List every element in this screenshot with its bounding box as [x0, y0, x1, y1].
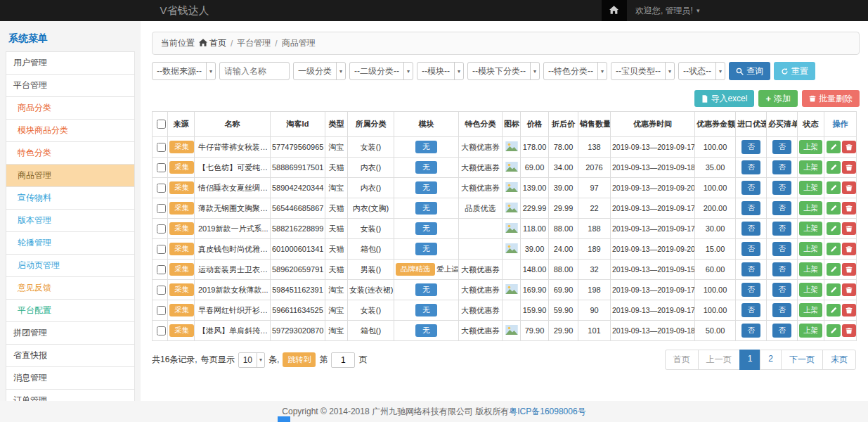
page-button[interactable]: 1 — [739, 350, 761, 370]
row-checkbox[interactable] — [157, 306, 166, 315]
jump-page-input[interactable] — [331, 352, 355, 368]
breadcrumb-item[interactable]: 平台管理 — [237, 37, 271, 49]
page-button[interactable]: 末页 — [822, 350, 856, 370]
sidebar-item[interactable]: 宣传物料 — [6, 186, 135, 210]
status-button[interactable]: 上架 — [799, 160, 822, 174]
page-button[interactable]: 下一页 — [781, 350, 823, 370]
sidebar-item[interactable]: 订单管理 — [6, 389, 135, 401]
name-search-input[interactable] — [219, 62, 290, 80]
search-button[interactable]: 查询 — [729, 62, 770, 80]
edit-button[interactable] — [827, 324, 841, 337]
status-button[interactable]: 上架 — [799, 283, 822, 297]
select-all-checkbox[interactable] — [157, 120, 166, 129]
filter-select[interactable]: 一级分类▾ — [293, 62, 346, 80]
sidebar-item[interactable]: 模块商品分类 — [6, 119, 135, 142]
filter-select[interactable]: --状态--▾ — [678, 62, 725, 80]
sidebar-item[interactable]: 商品管理 — [6, 164, 135, 187]
edit-button[interactable] — [827, 141, 841, 153]
add-button[interactable]: + 添加 — [758, 90, 798, 107]
row-checkbox[interactable] — [157, 224, 166, 234]
must-buy-toggle[interactable]: 否 — [772, 283, 791, 297]
status-button[interactable]: 上架 — [799, 140, 822, 154]
status-button[interactable]: 上架 — [799, 262, 822, 276]
status-button[interactable]: 上架 — [799, 242, 822, 256]
filter-select[interactable]: --数据来源--▾ — [152, 62, 216, 80]
page-button[interactable]: 上一页 — [698, 350, 740, 370]
sidebar-item[interactable]: 拼团管理 — [6, 321, 135, 345]
sidebar-item[interactable]: 平台配置 — [6, 299, 135, 322]
import-select-toggle[interactable]: 否 — [741, 181, 760, 195]
edit-button[interactable] — [827, 202, 841, 215]
sidebar-item[interactable]: 省直快报 — [6, 344, 135, 367]
home-nav-button[interactable] — [602, 0, 627, 21]
edit-button[interactable] — [827, 243, 841, 255]
sidebar-item[interactable]: 意见反馈 — [6, 276, 135, 300]
import-select-toggle[interactable]: 否 — [741, 222, 760, 236]
delete-button[interactable] — [842, 283, 856, 296]
delete-button[interactable] — [842, 304, 856, 316]
row-checkbox[interactable] — [157, 286, 166, 295]
status-button[interactable]: 上架 — [799, 201, 822, 215]
sidebar-item[interactable]: 商品分类 — [6, 96, 135, 120]
must-buy-toggle[interactable]: 否 — [772, 222, 791, 236]
must-buy-toggle[interactable]: 否 — [772, 140, 791, 154]
must-buy-toggle[interactable]: 否 — [772, 324, 791, 338]
import-select-toggle[interactable]: 否 — [741, 242, 760, 256]
status-button[interactable]: 上架 — [799, 181, 822, 195]
edit-button[interactable] — [827, 161, 841, 174]
sidebar-item[interactable]: 轮播管理 — [6, 231, 135, 255]
must-buy-toggle[interactable]: 否 — [772, 181, 791, 195]
import-select-toggle[interactable]: 否 — [741, 201, 760, 215]
per-page-select[interactable]: 10 ▾ — [238, 352, 265, 368]
breadcrumb-item[interactable]: 商品管理 — [282, 37, 316, 49]
status-button[interactable]: 上架 — [799, 324, 822, 338]
filter-select[interactable]: --模块--▾ — [417, 62, 464, 80]
import-select-toggle[interactable]: 否 — [741, 303, 760, 317]
must-buy-toggle[interactable]: 否 — [772, 303, 791, 317]
delete-button[interactable] — [842, 202, 856, 215]
delete-button[interactable] — [842, 243, 856, 255]
delete-button[interactable] — [842, 161, 856, 174]
row-checkbox[interactable] — [157, 265, 166, 274]
sidebar-item[interactable]: 特色分类 — [6, 141, 135, 165]
page-button[interactable]: 2 — [760, 350, 782, 370]
edit-button[interactable] — [827, 304, 841, 316]
must-buy-toggle[interactable]: 否 — [772, 262, 791, 276]
edit-button[interactable] — [827, 283, 841, 296]
breadcrumb-home-link[interactable]: 首页 — [199, 37, 226, 49]
page-button[interactable]: 首页 — [665, 350, 699, 370]
must-buy-toggle[interactable]: 否 — [772, 160, 791, 174]
row-checkbox[interactable] — [157, 204, 166, 213]
reset-button[interactable]: 重置 — [774, 62, 815, 80]
filter-select[interactable]: --特色分类--▾ — [543, 62, 607, 80]
import-select-toggle[interactable]: 否 — [741, 283, 760, 297]
import-select-toggle[interactable]: 否 — [741, 262, 760, 276]
delete-button[interactable] — [842, 324, 856, 337]
batch-delete-button[interactable]: 批量删除 — [802, 90, 860, 107]
edit-button[interactable] — [827, 263, 841, 276]
row-checkbox[interactable] — [157, 326, 166, 335]
sidebar-item[interactable]: 平台管理 — [6, 74, 135, 97]
import-select-toggle[interactable]: 否 — [741, 324, 760, 338]
status-button[interactable]: 上架 — [799, 222, 822, 236]
row-checkbox[interactable] — [157, 163, 166, 172]
delete-button[interactable] — [842, 181, 856, 194]
import-select-toggle[interactable]: 否 — [741, 160, 760, 174]
edit-button[interactable] — [827, 222, 841, 235]
delete-button[interactable] — [842, 141, 856, 153]
sidebar-item[interactable]: 消息管理 — [6, 366, 135, 390]
filter-select[interactable]: --二级分类--▾ — [349, 62, 413, 80]
must-buy-toggle[interactable]: 否 — [772, 242, 791, 256]
row-checkbox[interactable] — [157, 245, 166, 254]
edit-button[interactable] — [827, 181, 841, 194]
delete-button[interactable] — [842, 263, 856, 276]
filter-select[interactable]: --宝贝类型--▾ — [611, 62, 675, 80]
import-select-toggle[interactable]: 否 — [741, 140, 760, 154]
jump-button[interactable]: 跳转到 — [283, 352, 316, 367]
sidebar-item[interactable]: 用户管理 — [6, 51, 135, 75]
delete-button[interactable] — [842, 222, 856, 235]
user-menu[interactable]: 欢迎您, 管理员! ▾ — [627, 5, 708, 17]
row-checkbox[interactable] — [157, 143, 166, 152]
must-buy-toggle[interactable]: 否 — [772, 201, 791, 215]
row-checkbox[interactable] — [157, 184, 166, 193]
